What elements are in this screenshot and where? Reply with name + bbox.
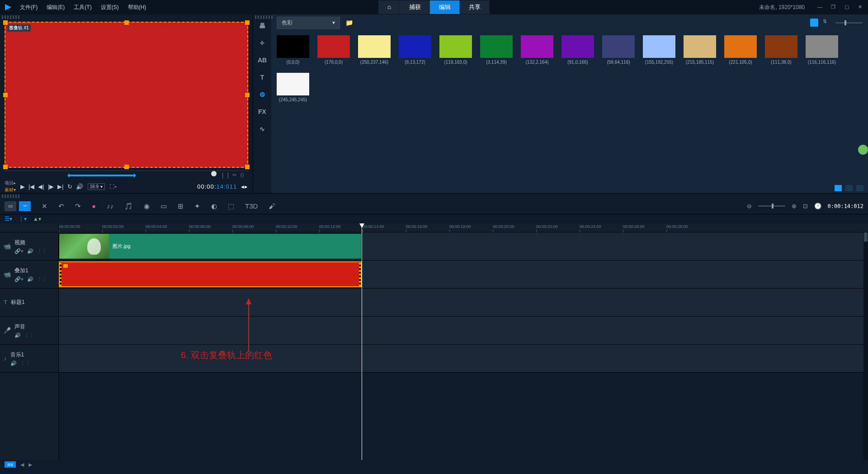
resize-handle-se[interactable] [245, 165, 250, 169]
floating-badge[interactable] [858, 145, 868, 155]
color-swatch[interactable]: (119,183,0) [439, 35, 472, 65]
color-swatch[interactable]: (221,105,0) [724, 35, 757, 65]
track-manager-icon[interactable]: ☰▾ [5, 216, 12, 222]
3d-title-icon[interactable]: T3D [245, 202, 258, 210]
scroll-left-icon[interactable]: ◀ [20, 462, 24, 468]
menu-settings[interactable]: 设置(S) [101, 4, 119, 11]
track-options-icon[interactable]: ⋮⋮ [37, 276, 47, 282]
restore-icon[interactable]: ❐ [831, 4, 837, 10]
panel-settings-icon[interactable] [856, 185, 863, 191]
chapter-icon[interactable]: ◉ [144, 202, 150, 210]
prev-frame-icon[interactable]: ◀| [38, 183, 44, 190]
resize-handle-nw[interactable] [3, 20, 8, 25]
trim-range[interactable] [68, 175, 136, 176]
track-options-icon[interactable]: ⋮⋮ [20, 360, 30, 366]
menu-file[interactable]: 文件(F) [20, 4, 38, 11]
track-motion-icon[interactable]: ✦ [194, 202, 200, 210]
snapshot-icon[interactable]: ⎙ [241, 172, 244, 178]
mute-icon[interactable]: 🔊 [27, 276, 33, 282]
link-icon[interactable]: 🔗▾ [14, 276, 24, 282]
title-track-header[interactable]: T 标题1 [0, 289, 58, 317]
time-ruler[interactable]: 00:00:00:0000:00:02:0000:00:04:0000:00:0… [59, 223, 868, 232]
tab-edit[interactable]: 编辑 [430, 0, 460, 14]
grid-view-icon[interactable] [810, 19, 818, 27]
color-swatch[interactable]: (215,185,115) [684, 35, 716, 65]
text-tab-icon[interactable]: T [256, 71, 268, 83]
overlay-track-row[interactable] [59, 261, 868, 289]
video-clip[interactable]: 图片.jpg [59, 233, 362, 259]
color-swatch[interactable]: (0,0,0) [277, 35, 309, 65]
panel-layout-icon[interactable] [845, 185, 853, 191]
color-swatch[interactable]: (132,2,164) [521, 35, 553, 65]
marker-menu-icon[interactable]: ⋮▾ [19, 216, 27, 222]
color-swatch[interactable]: (58,64,116) [602, 35, 635, 65]
mute-icon[interactable]: 🔊 [14, 332, 21, 338]
menu-help[interactable]: 帮助(H) [128, 4, 146, 11]
panel-layout-icon[interactable] [835, 185, 842, 191]
scrollbar-thumb[interactable] [864, 232, 868, 242]
voice-track-header[interactable]: 🎤 声音 🔊 ⋮⋮ [0, 317, 58, 345]
graphic-tab-icon[interactable]: ⚙ [256, 89, 268, 100]
menu-edit[interactable]: 编辑(E) [47, 4, 65, 11]
aspect-ratio-selector[interactable]: 16:9▾ [88, 183, 105, 190]
color-swatch[interactable]: (9,13,172) [399, 35, 431, 65]
resize-handle-e[interactable] [245, 93, 250, 97]
resize-handle-s[interactable] [124, 165, 129, 169]
preview-timecode[interactable]: 00:00:14:011 ◂▸ [197, 183, 248, 190]
title-track-row[interactable] [59, 289, 868, 317]
resize-handle-n[interactable] [124, 20, 129, 25]
multicam-icon[interactable]: ⊞ [178, 202, 184, 210]
color-swatch[interactable]: (111,38,0) [765, 35, 797, 65]
close-icon[interactable]: ✕ [858, 4, 864, 10]
tab-share[interactable]: 共享 [460, 0, 490, 14]
color-swatch[interactable]: (155,192,255) [643, 35, 675, 65]
tab-capture[interactable]: 捕获 [400, 0, 430, 14]
video-track-row[interactable]: 图片.jpg [59, 232, 868, 261]
path-tab-icon[interactable]: ∿ [256, 123, 268, 135]
sort-icon[interactable]: ⇅ [823, 19, 831, 27]
timeline-view-icon[interactable]: ━ [19, 201, 31, 211]
duration-icon[interactable]: 🕐 [814, 203, 821, 209]
overlay-track-header[interactable]: 📹 叠加1 🔗▾ 🔊 ⋮⋮ [0, 261, 58, 289]
transition-tab-icon[interactable]: ✧ [256, 37, 268, 49]
mark-out-icon[interactable]: ] [227, 172, 229, 178]
tools-icon[interactable]: ✕ [42, 202, 47, 210]
project-mode-label[interactable]: 项目▸ [5, 180, 16, 186]
color-swatch[interactable]: (91,0,166) [561, 35, 594, 65]
tab-home[interactable]: ⌂ [378, 0, 400, 14]
track-options-icon[interactable]: ⋮⋮ [24, 332, 34, 338]
tracks-area[interactable]: 00:00:00:0000:00:02:0000:00:04:0000:00:0… [59, 223, 868, 460]
painting-icon[interactable]: 🖌 [269, 202, 275, 210]
track-options-icon[interactable]: ⋮⋮ [37, 248, 47, 254]
thumbnail-size-slider[interactable] [835, 22, 863, 24]
goto-end-icon[interactable]: ▶| [57, 183, 63, 190]
voice-track-row[interactable] [59, 317, 868, 345]
vertical-scrollbar[interactable] [863, 232, 868, 460]
mute-icon[interactable]: 🔊 [10, 360, 17, 366]
mask-icon[interactable]: ⬚ [228, 202, 234, 210]
resize-handle-ne[interactable] [245, 20, 250, 25]
zoom-out-icon[interactable]: ⊖ [747, 203, 752, 209]
music-track-header[interactable]: ♪ 音乐1 🔊 ⋮⋮ [0, 345, 58, 373]
scroll-right-icon[interactable]: ▶ [28, 462, 32, 468]
playhead[interactable] [362, 223, 362, 460]
color-swatch[interactable]: (3,114,39) [480, 35, 513, 65]
color-swatch[interactable]: (116,116,116) [806, 35, 838, 65]
menu-tools[interactable]: 工具(T) [74, 4, 91, 11]
fit-icon[interactable]: ⊡ [803, 203, 808, 209]
panel-grip-icon[interactable] [2, 15, 20, 19]
overlay-clip[interactable] [59, 261, 362, 287]
add-marker-icon[interactable]: ▲▾ [33, 216, 41, 222]
resize-handle-sw[interactable] [3, 165, 8, 169]
add-folder-icon[interactable]: 📁 [345, 19, 353, 26]
fx-tab-icon[interactable]: FX [256, 106, 268, 118]
panel-grip-icon[interactable] [255, 15, 273, 19]
split-icon[interactable]: ✂ [232, 172, 237, 178]
scroll-toggle-icon[interactable]: ≡≡ [5, 461, 16, 468]
redo-icon[interactable]: ↷ [75, 202, 81, 210]
storyboard-view-icon[interactable]: ▭ [5, 201, 16, 211]
material-mode-label[interactable]: 素材▾ [5, 187, 16, 193]
library-category-dropdown[interactable]: 色彩 ▾ [277, 17, 340, 29]
volume-icon[interactable]: 🔊 [76, 183, 83, 190]
next-frame-icon[interactable]: |▶ [48, 183, 54, 190]
